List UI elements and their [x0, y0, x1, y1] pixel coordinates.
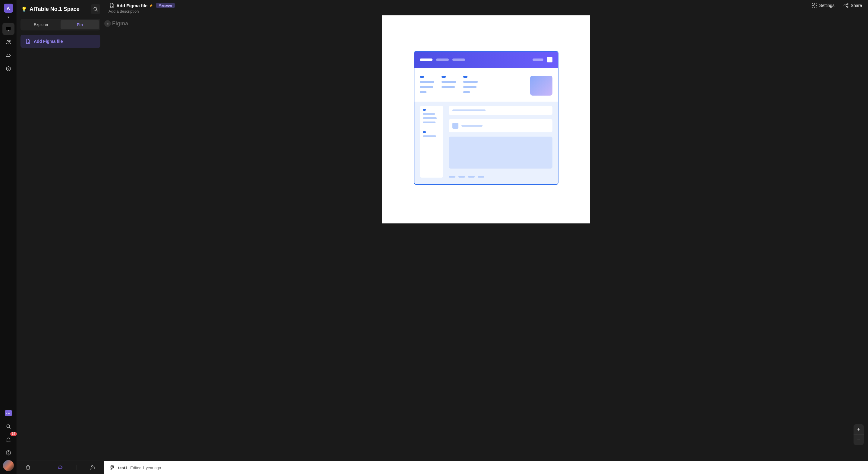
nav-workbench[interactable]	[2, 23, 14, 35]
zoom-controls: + −	[854, 424, 864, 445]
svg-point-17	[814, 5, 815, 6]
svg-point-26	[112, 467, 113, 468]
sidebar-tabs: Explorer Pin	[21, 19, 100, 30]
nav-search[interactable]	[2, 420, 14, 433]
settings-button[interactable]: Settings	[811, 2, 835, 8]
sidebar-search-button[interactable]	[91, 4, 100, 14]
figma-icon	[109, 465, 115, 471]
figma-artboard	[382, 16, 590, 224]
nav-notifications[interactable]: 34	[2, 434, 14, 446]
svg-point-10	[8, 454, 8, 454]
svg-point-14	[92, 465, 93, 467]
person-plus-icon	[90, 464, 96, 470]
svg-point-27	[111, 469, 112, 470]
search-icon	[5, 423, 11, 429]
canvas-page-name: Figma	[112, 21, 128, 27]
zoom-in-button[interactable]: +	[854, 424, 864, 435]
figma-mock-frame	[414, 51, 558, 185]
nav-contacts[interactable]	[2, 36, 14, 48]
sidebar: 💡 AITable No.1 Space Explorer Pin Add Fi…	[17, 0, 104, 474]
svg-line-21	[845, 4, 847, 5]
share-button[interactable]: Share	[843, 2, 862, 8]
monitor-icon	[5, 26, 11, 32]
gear-icon	[811, 2, 817, 8]
svg-point-25	[111, 467, 112, 468]
workspace-avatar[interactable]: A	[4, 4, 13, 13]
svg-rect-0	[6, 27, 10, 30]
svg-line-12	[96, 10, 98, 11]
role-tag: Manager	[156, 3, 175, 8]
pin-item-label: Add Figma file	[34, 39, 63, 44]
main: Add Figma file ★ Manager Add a descripti…	[104, 0, 868, 474]
tab-pin[interactable]: Pin	[61, 20, 99, 29]
tab-explorer[interactable]: Explorer	[22, 20, 61, 29]
search-icon	[93, 6, 98, 12]
pin-list: Add Figma file	[17, 32, 104, 460]
svg-line-8	[9, 427, 10, 428]
sidebar-footer	[17, 460, 104, 474]
description-input[interactable]: Add a description	[108, 9, 175, 13]
chat-icon	[5, 410, 12, 416]
people-icon	[5, 39, 11, 45]
star-icon[interactable]: ★	[149, 3, 153, 8]
hexagon-icon	[5, 66, 11, 72]
file-title: Add Figma file	[116, 3, 147, 8]
topbar: Add Figma file ★ Manager Add a descripti…	[104, 0, 868, 16]
trash-button[interactable]	[22, 461, 34, 473]
nav-help[interactable]	[2, 447, 14, 459]
nav-discover[interactable]	[2, 50, 14, 61]
figma-canvas[interactable]: ≡ Figma	[104, 16, 868, 461]
bulb-icon: 💡	[21, 6, 27, 12]
svg-point-4	[9, 40, 10, 41]
nav-management[interactable]	[2, 63, 14, 75]
chevron-down-icon[interactable]: ▾	[7, 15, 9, 19]
nav-chat[interactable]	[2, 407, 14, 419]
trash-icon	[25, 464, 31, 470]
nav-rail: A ▾ 34	[0, 0, 17, 474]
svg-point-24	[112, 466, 113, 467]
settings-label: Settings	[819, 3, 835, 8]
discover-button[interactable]	[54, 461, 66, 473]
notification-count: 34	[10, 432, 17, 436]
planet-icon	[5, 53, 11, 59]
embed-page-icon	[25, 38, 31, 44]
status-bar: test1 Edited 1 year ago	[104, 461, 868, 474]
svg-point-3	[7, 40, 8, 42]
invite-button[interactable]	[87, 461, 99, 473]
bell-icon	[5, 437, 11, 443]
svg-point-23	[111, 466, 112, 467]
menu-icon[interactable]: ≡	[104, 20, 111, 27]
svg-point-6	[8, 68, 9, 69]
space-title: AITable No.1 Space	[30, 6, 88, 12]
pin-item-add-figma[interactable]: Add Figma file	[21, 35, 100, 48]
canvas-page-label: ≡ Figma	[104, 20, 128, 27]
svg-line-22	[845, 6, 847, 7]
planet-icon	[57, 464, 63, 470]
share-icon	[843, 2, 849, 8]
help-icon	[5, 450, 11, 456]
status-edited-text: Edited 1 year ago	[130, 466, 161, 470]
zoom-out-button[interactable]: −	[854, 435, 864, 445]
embed-page-icon	[108, 2, 115, 8]
status-file-name: test1	[118, 466, 127, 470]
share-label: Share	[851, 3, 862, 8]
user-avatar[interactable]	[3, 460, 14, 471]
